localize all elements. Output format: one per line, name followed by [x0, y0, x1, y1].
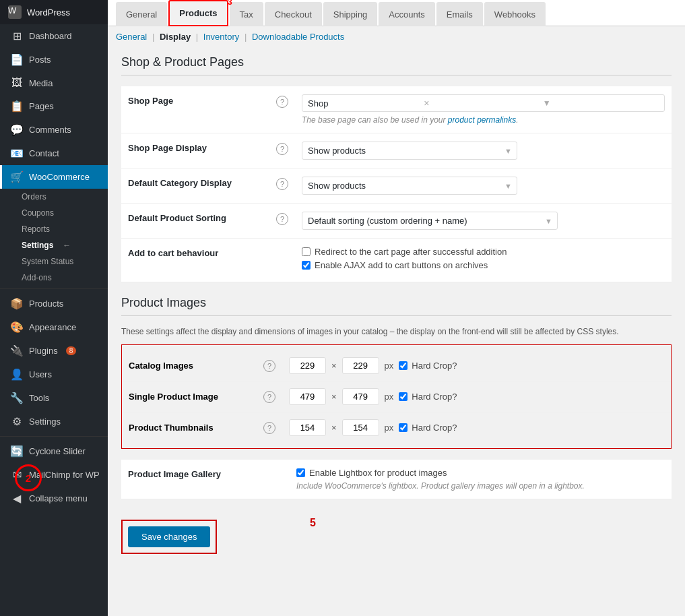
- sidebar-item-label: Pages: [29, 101, 54, 111]
- sidebar-item-users[interactable]: 👤 Users: [0, 363, 108, 386]
- thumb-px-label: px: [382, 423, 397, 433]
- section-title-shop: Shop & Product Pages: [121, 55, 672, 75]
- thumb-height-input[interactable]: [342, 419, 379, 436]
- sidebar-item-appearance[interactable]: 🎨 Appearance: [0, 315, 108, 339]
- sidebar-item-label: Media: [29, 78, 53, 88]
- redirect-checkbox[interactable]: [302, 247, 311, 256]
- single-product-inputs: × px Hard Crop?: [282, 381, 671, 412]
- ajax-label: Enable AJAX add to cart buttons on archi…: [315, 260, 488, 270]
- comments-icon: 💬: [10, 123, 24, 136]
- single-hard-crop: Hard Crop?: [399, 392, 457, 402]
- sidebar-sub-system-status[interactable]: System Status: [0, 253, 108, 270]
- catalog-help-icon[interactable]: ?: [263, 360, 275, 372]
- sidebar-item-label: WooCommerce: [29, 172, 90, 182]
- sidebar-item-label: Comments: [29, 125, 71, 135]
- single-height-input[interactable]: [342, 388, 379, 405]
- tab-accounts[interactable]: Accounts: [379, 2, 434, 26]
- tab-tax[interactable]: Tax: [230, 2, 263, 26]
- default-sorting-help-icon[interactable]: ?: [276, 213, 288, 225]
- sub-nav-general[interactable]: General: [116, 32, 147, 42]
- cyclone-icon: 🔄: [10, 445, 24, 458]
- catalog-hard-crop: Hard Crop?: [399, 361, 457, 371]
- images-note: These settings affect the display and di…: [121, 327, 672, 336]
- sub-nav-downloadable[interactable]: Downloadable Products: [252, 32, 344, 42]
- pages-icon: 📋: [10, 100, 24, 113]
- single-hard-crop-label: Hard Crop?: [412, 392, 457, 402]
- thumbnails-help: ?: [257, 412, 282, 443]
- sidebar-sub-add-ons[interactable]: Add-ons: [0, 270, 108, 286]
- default-category-field: Show products Show categories Show both …: [295, 168, 672, 204]
- sidebar-sub-coupons[interactable]: Coupons: [0, 205, 108, 221]
- tabs-bar: General Products 3 Tax Checkout Shipping…: [108, 0, 685, 26]
- catalog-px-label: px: [382, 361, 397, 371]
- save-changes-button[interactable]: Save changes: [128, 526, 210, 547]
- ajax-checkbox[interactable]: [302, 261, 311, 270]
- single-product-image-row: Single Product Image ? × px: [122, 381, 671, 412]
- tab-general[interactable]: General: [116, 2, 167, 26]
- sidebar-item-woocommerce[interactable]: 🛒 WooCommerce: [0, 165, 108, 189]
- sidebar-item-label: MailChimp for WP: [29, 470, 100, 480]
- wp-logo-icon: W: [8, 5, 22, 19]
- sidebar-item-cyclone[interactable]: 🔄 Cyclone Slider: [0, 439, 108, 463]
- content-area: Shop & Product Pages Shop Page ? Shop × …: [108, 47, 685, 562]
- sidebar-item-settings[interactable]: ⚙ Settings: [0, 410, 108, 433]
- thumbnails-help-icon[interactable]: ?: [263, 422, 275, 434]
- sidebar-item-products[interactable]: 📦 Products: [0, 292, 108, 315]
- thumb-hard-crop-checkbox[interactable]: [399, 423, 407, 432]
- sidebar-sub-reports[interactable]: Reports: [0, 221, 108, 237]
- sidebar-item-collapse[interactable]: ◀ Collapse menu: [0, 487, 108, 510]
- sidebar-item-contact[interactable]: 📧 Contact: [0, 142, 108, 165]
- shop-page-value: Shop: [308, 98, 424, 109]
- thumbnails-inputs: × px Hard Crop?: [282, 412, 671, 443]
- sub-nav-inventory[interactable]: Inventory: [203, 32, 239, 42]
- product-permalinks-link[interactable]: product permalinks: [448, 115, 516, 125]
- sidebar-item-mailchimp[interactable]: ✉ MailChimp for WP: [0, 463, 108, 487]
- sidebar-item-label: Appearance: [29, 322, 76, 332]
- tab-shipping[interactable]: Shipping: [323, 2, 378, 26]
- sidebar-item-media[interactable]: 🖼 Media: [0, 71, 108, 94]
- sidebar-item-pages[interactable]: 📋 Pages: [0, 94, 108, 118]
- catalog-width-input[interactable]: [289, 357, 326, 374]
- sidebar-item-label: Collapse menu: [29, 493, 88, 503]
- catalog-height-input[interactable]: [342, 357, 379, 374]
- shop-page-display-help-icon[interactable]: ?: [276, 143, 288, 155]
- gallery-table: Product Image Gallery Enable Lightbox fo…: [121, 460, 672, 499]
- sidebar-sub-settings[interactable]: Settings: [0, 237, 61, 253]
- lightbox-checkbox[interactable]: [296, 468, 305, 477]
- add-to-cart-help: [269, 239, 295, 282]
- tab-checkout[interactable]: Checkout: [265, 2, 322, 26]
- sidebar-item-label: Cyclone Slider: [29, 446, 86, 456]
- default-sorting-help: ?: [269, 204, 295, 239]
- default-category-help-icon[interactable]: ?: [276, 178, 288, 190]
- single-hard-crop-checkbox[interactable]: [399, 392, 407, 401]
- ajax-checkbox-row: Enable AJAX add to cart buttons on archi…: [302, 260, 665, 270]
- sidebar-item-comments[interactable]: 💬 Comments: [0, 118, 108, 142]
- sidebar-item-posts[interactable]: 📄 Posts: [0, 48, 108, 71]
- sidebar-item-plugins[interactable]: 🔌 Plugins 8: [0, 339, 108, 363]
- shop-page-clear[interactable]: ×: [424, 98, 540, 109]
- single-width-input[interactable]: [289, 388, 326, 405]
- single-help-icon[interactable]: ?: [263, 391, 275, 403]
- shop-page-label: Shop Page: [121, 86, 269, 133]
- lightbox-checkbox-row: Enable Lightbox for product images: [296, 468, 665, 478]
- tab-products[interactable]: Products 3: [168, 0, 228, 26]
- default-sorting-select[interactable]: Default sorting (custom ordering + name)…: [302, 212, 558, 230]
- add-to-cart-row: Add to cart behaviour Redirect to the ca…: [121, 239, 672, 282]
- single-sep: ×: [329, 392, 339, 402]
- thumb-width-input[interactable]: [289, 419, 326, 436]
- gallery-label: Product Image Gallery: [121, 460, 269, 499]
- sidebar-item-tools[interactable]: 🔧 Tools: [0, 386, 108, 410]
- tab-webhooks[interactable]: Webhooks: [484, 2, 546, 26]
- sidebar-item-label: Posts: [29, 55, 51, 65]
- shop-page-help-icon[interactable]: ?: [276, 96, 288, 108]
- plugins-badge: 8: [66, 346, 77, 355]
- default-category-select[interactable]: Show products Show categories Show both: [302, 177, 517, 195]
- sidebar-item-dashboard[interactable]: ⊞ Dashboard: [0, 24, 108, 48]
- shop-page-select[interactable]: Shop × ▼: [302, 94, 665, 112]
- shop-page-display-select[interactable]: Show products Show categories Show both: [302, 142, 517, 160]
- default-product-sorting-label: Default Product Sorting: [121, 204, 269, 239]
- sidebar-sub-orders[interactable]: Orders: [0, 189, 108, 205]
- sub-nav-display[interactable]: Display: [160, 32, 191, 42]
- catalog-hard-crop-checkbox[interactable]: [399, 361, 407, 370]
- tab-emails[interactable]: Emails: [436, 2, 483, 26]
